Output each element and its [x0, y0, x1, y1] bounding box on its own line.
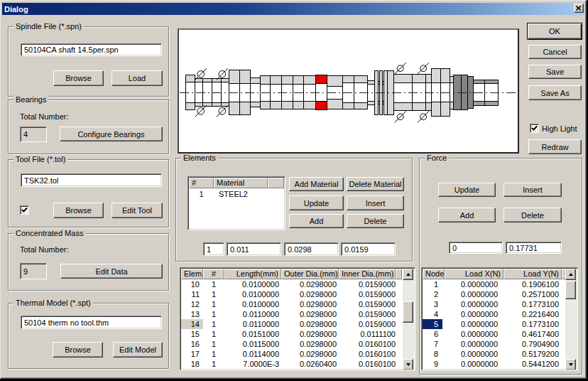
ok-button[interactable]: OK: [527, 23, 582, 40]
table-row[interactable]: 70.00000000.7904900: [423, 339, 562, 349]
delete-material-button[interactable]: Delete Material: [347, 177, 404, 191]
table-cell[interactable]: 1: [203, 309, 224, 319]
table-cell[interactable]: 11: [181, 289, 203, 299]
table-cell[interactable]: 9: [423, 359, 445, 369]
table-cell[interactable]: 1: [203, 349, 224, 359]
scroll-down-button[interactable]: [403, 359, 413, 370]
table-cell[interactable]: 0.0298000: [281, 289, 339, 299]
force-field-y[interactable]: 0.17731: [506, 242, 562, 254]
table-row[interactable]: 1110.01000000.02980000.0159000: [181, 289, 396, 299]
edit-tool-button[interactable]: Edit Tool: [111, 203, 163, 218]
edit-model-button[interactable]: Edit Model: [113, 342, 163, 358]
highlight-checkbox[interactable]: [530, 124, 539, 133]
force-table-scrollbar[interactable]: [565, 269, 577, 370]
table-cell[interactable]: 18: [181, 359, 203, 369]
table-cell[interactable]: 10: [181, 279, 203, 289]
redraw-button[interactable]: Redraw: [528, 139, 582, 154]
column-header[interactable]: Load Y(N): [503, 269, 562, 279]
table-cell[interactable]: 0.0159000: [339, 289, 396, 299]
table-cell[interactable]: 0.0260400: [281, 359, 339, 369]
table-cell[interactable]: 5: [423, 319, 445, 329]
table-row[interactable]: 1510.01510000.02980000.0111100: [181, 329, 396, 339]
table-cell[interactable]: 0.0159000: [339, 309, 396, 319]
table-cell[interactable]: 0.0298000: [281, 349, 339, 359]
table-cell[interactable]: STEEL2: [214, 189, 268, 199]
table-cell[interactable]: 8: [423, 349, 445, 359]
scroll-thumb[interactable]: [565, 281, 576, 299]
column-header[interactable]: #: [189, 178, 214, 188]
thermal-model-input[interactable]: 50104 therm no tool.thm: [21, 316, 162, 329]
table-cell[interactable]: 16: [181, 339, 203, 349]
table-cell[interactable]: 0.0110000: [224, 309, 281, 319]
add-material-button[interactable]: Add Material: [289, 177, 344, 191]
force-insert-button[interactable]: Insert: [503, 183, 562, 197]
table-cell[interactable]: 0.5441200: [503, 359, 562, 369]
element-delete-button[interactable]: Delete: [347, 214, 404, 228]
force-delete-button[interactable]: Delete: [503, 208, 562, 222]
bearings-total-input[interactable]: 4: [20, 127, 47, 142]
tool-browse-button[interactable]: Browse: [53, 203, 104, 218]
column-header[interactable]: Elem: [181, 269, 203, 279]
save-button[interactable]: Save: [528, 65, 582, 79]
table-cell[interactable]: 0.0298000: [281, 299, 339, 309]
element-insert-button[interactable]: Insert: [347, 195, 404, 210]
column-header[interactable]: [268, 178, 284, 188]
table-row[interactable]: 10.00000000.1906100: [423, 279, 562, 289]
edit-data-button[interactable]: Edit Data: [60, 264, 163, 279]
element-update-button[interactable]: Update: [289, 195, 344, 210]
scroll-up-button[interactable]: [403, 269, 413, 280]
close-button[interactable]: [574, 4, 584, 13]
table-cell[interactable]: 0.1773100: [503, 319, 562, 329]
table-cell[interactable]: 0.0000000: [445, 289, 503, 299]
table-cell[interactable]: 0.0159000: [339, 279, 396, 289]
column-header[interactable]: Load X(N): [445, 269, 503, 279]
table-row[interactable]: 40.00000000.2216400: [423, 309, 562, 319]
force-field-x[interactable]: 0: [449, 242, 503, 254]
table-cell[interactable]: 2: [423, 289, 445, 299]
column-header[interactable]: [396, 269, 402, 279]
table-cell[interactable]: 0.0115000: [224, 339, 281, 349]
tool-checkbox[interactable]: [20, 205, 29, 215]
table-row[interactable]: 1710.01140000.02980000.0160100: [181, 349, 396, 359]
table-cell[interactable]: 0.0111100: [339, 329, 396, 339]
cancel-button[interactable]: Cancel: [528, 45, 582, 59]
element-field-inner[interactable]: 0.0159: [341, 242, 396, 256]
spindle-load-button[interactable]: Load: [111, 70, 163, 86]
table-cell[interactable]: 0.0151000: [224, 329, 281, 339]
table-row[interactable]: 50.00000000.1773100: [423, 319, 562, 329]
table-cell[interactable]: 0.2216400: [503, 309, 562, 319]
table-cell[interactable]: 0.5179200: [503, 349, 562, 359]
table-cell[interactable]: 0.1906100: [503, 279, 562, 289]
table-cell[interactable]: 0.0159000: [339, 319, 396, 329]
table-row[interactable]: 80.00000000.5179200: [423, 349, 562, 359]
table-cell[interactable]: 6: [423, 329, 445, 339]
element-field-outer[interactable]: 0.0298: [284, 242, 339, 256]
table-cell[interactable]: 0.0298000: [281, 329, 339, 339]
column-header[interactable]: #: [203, 269, 224, 279]
table-cell[interactable]: 0.7904900: [503, 339, 562, 349]
table-cell[interactable]: 12: [181, 299, 203, 309]
spindle-browse-button[interactable]: Browse: [53, 70, 104, 86]
column-header[interactable]: Outer Dia.(mm): [281, 269, 339, 279]
element-field-length[interactable]: 0.011: [227, 242, 281, 256]
table-cell[interactable]: 0.0160100: [339, 339, 396, 349]
table-cell[interactable]: 7.0000E-3: [224, 359, 281, 369]
column-header[interactable]: Material: [214, 178, 268, 188]
table-cell[interactable]: 13: [181, 309, 203, 319]
force-add-button[interactable]: Add: [438, 208, 496, 222]
table-row[interactable]: 1210.01000000.02980000.0159000: [181, 299, 396, 309]
tool-file-input[interactable]: TSK32.tol: [21, 173, 162, 187]
table-cell[interactable]: 0.0114000: [224, 349, 281, 359]
force-update-button[interactable]: Update: [438, 183, 496, 197]
table-cell[interactable]: 15: [181, 329, 203, 339]
element-field-num[interactable]: 1: [203, 242, 224, 256]
table-cell[interactable]: 1: [203, 319, 224, 329]
table-cell[interactable]: 0.0160100: [339, 349, 396, 359]
table-cell[interactable]: 4: [423, 309, 445, 319]
material-list[interactable]: #Material 1STEEL2: [187, 176, 285, 230]
table-cell[interactable]: 0.0100000: [224, 299, 281, 309]
table-row[interactable]: 20.00000000.2571000: [423, 289, 562, 299]
spindle-file-input[interactable]: 50104CA shaft 14.5per.spn: [21, 43, 162, 56]
scroll-down-button[interactable]: [565, 359, 576, 370]
table-cell[interactable]: 0.0298000: [281, 279, 339, 289]
